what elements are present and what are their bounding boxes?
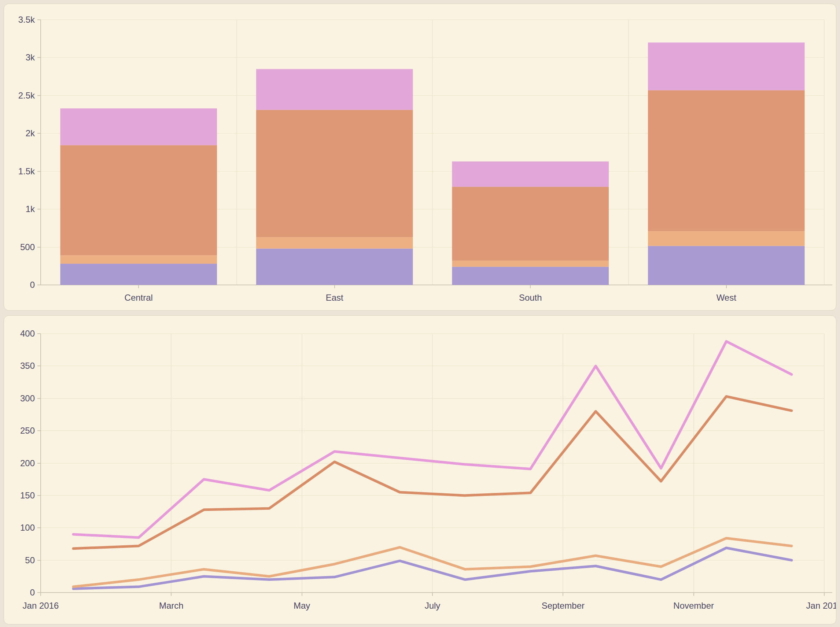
bar-light-orange-segment-central[interactable]: [60, 255, 217, 264]
bar-orange-segment-west[interactable]: [648, 90, 805, 231]
y-axis-label: 150: [20, 490, 35, 500]
y-axis-label: 1.5k: [18, 166, 35, 176]
bar-purple-segment-east[interactable]: [256, 249, 413, 285]
y-axis-label: 100: [20, 523, 35, 532]
x-axis-category-label: South: [519, 293, 542, 302]
bar-pink-segment-central[interactable]: [60, 109, 217, 145]
y-axis-label: 3.5k: [18, 15, 35, 25]
bar-purple-segment-west[interactable]: [648, 246, 805, 285]
bar-light-orange-segment-east[interactable]: [256, 237, 413, 249]
x-axis-category-label: East: [326, 293, 343, 302]
stacked-bar-chart: 05001k1.5k2k2.5k3k3.5kCentralEastSouthWe…: [4, 4, 836, 309]
y-axis-label: 2k: [26, 128, 35, 138]
x-axis-label: May: [294, 601, 310, 611]
y-axis-label: 0: [30, 588, 35, 597]
y-axis-label: 350: [20, 361, 35, 371]
bar-orange-segment-south[interactable]: [452, 187, 609, 261]
y-axis-label: 1k: [26, 204, 35, 214]
bar-light-orange-segment-south[interactable]: [452, 261, 609, 267]
x-axis-category-label: Central: [125, 293, 153, 302]
x-axis-label: September: [542, 601, 584, 611]
bar-pink-segment-east[interactable]: [256, 69, 413, 110]
stacked-bar-chart-card: 05001k1.5k2k2.5k3k3.5kCentralEastSouthWe…: [4, 4, 836, 310]
bar-purple-segment-south[interactable]: [452, 266, 609, 285]
x-axis-label: Jan 2016: [23, 601, 59, 611]
bar-orange-segment-east[interactable]: [256, 110, 413, 237]
bar-orange-segment-central[interactable]: [60, 145, 217, 255]
y-axis-label: 3k: [26, 52, 35, 62]
y-axis-label: 300: [20, 393, 35, 403]
y-axis-label: 500: [20, 242, 35, 252]
bar-pink-segment-west[interactable]: [648, 43, 805, 90]
line-chart-card: 050100150200250300350400Jan 2016MarchMay…: [4, 315, 836, 624]
line-chart: 050100150200250300350400Jan 2016MarchMay…: [4, 316, 836, 623]
y-axis-label: 2.5k: [18, 90, 35, 100]
y-axis-label: 400: [20, 329, 35, 339]
y-axis-label: 50: [25, 555, 35, 565]
x-axis-category-label: West: [717, 293, 737, 302]
bar-pink-segment-south[interactable]: [452, 162, 609, 187]
y-axis-label: 0: [30, 280, 35, 290]
x-axis-label: July: [425, 601, 441, 611]
x-axis-label: Jan 2017: [806, 601, 836, 611]
x-axis-label: November: [673, 601, 714, 611]
y-axis-label: 200: [20, 458, 35, 468]
bar-purple-segment-central[interactable]: [60, 264, 217, 285]
x-axis-label: March: [159, 601, 184, 611]
y-axis-label: 250: [20, 425, 35, 435]
bar-light-orange-segment-west[interactable]: [648, 231, 805, 246]
